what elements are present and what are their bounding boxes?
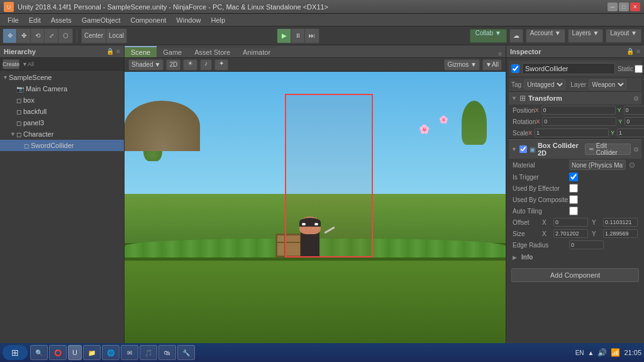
collab-button[interactable]: Collab ▼: [470, 29, 507, 43]
edge-radius-input[interactable]: [569, 240, 604, 249]
cloud-button[interactable]: ☁: [509, 29, 523, 43]
material-input[interactable]: [569, 160, 626, 170]
account-button[interactable]: Account ▼: [526, 29, 565, 43]
menu-file[interactable]: File: [3, 15, 24, 25]
object-active-checkbox[interactable]: [511, 64, 519, 73]
transform-options-icon[interactable]: ⚙: [633, 95, 639, 102]
menu-window[interactable]: Window: [171, 15, 206, 25]
playmode-controls: ▶ ⏸ ⏭: [277, 28, 319, 43]
pos-x-input[interactable]: [541, 106, 616, 115]
menu-component[interactable]: Component: [125, 15, 171, 25]
hierarchy-scene-root[interactable]: ▼ SampleScene: [0, 72, 124, 83]
taskbar-search[interactable]: 🔍: [30, 345, 48, 360]
inspector-content: Static Tag Untagged Layer Weapon ▼ ⊞ T: [506, 58, 644, 362]
tag-select[interactable]: Untagged: [524, 79, 565, 89]
is-trigger-checkbox[interactable]: [569, 173, 578, 181]
inspector-lock-icon[interactable]: 🔒: [626, 48, 634, 55]
start-button[interactable]: ⊞: [3, 345, 28, 360]
tab-animator[interactable]: Animator: [236, 47, 277, 57]
hierarchy-item-sword-collider[interactable]: ◻ SwordCollider: [0, 140, 124, 151]
layout-button[interactable]: Layout ▼: [606, 29, 641, 43]
audio-button[interactable]: ♪: [200, 59, 212, 71]
effects-button[interactable]: ✦: [214, 59, 228, 71]
taskbar-music[interactable]: 🎵: [140, 345, 157, 360]
taskbar-mail[interactable]: ✉: [121, 345, 138, 360]
maximize-button[interactable]: □: [619, 3, 629, 11]
center-button[interactable]: Center: [82, 29, 106, 43]
volume-icon[interactable]: 🔊: [597, 348, 607, 357]
scale-y-input[interactable]: [617, 128, 644, 137]
auto-tiling-checkbox[interactable]: [569, 206, 578, 215]
edge-radius-row: Edge Radius: [509, 239, 641, 251]
collider-enable-checkbox[interactable]: [519, 145, 527, 153]
collider-header[interactable]: ▼ ▣ Box Collider 2D ✏ Edit Collider ⚙: [509, 139, 641, 159]
menu-gameobject[interactable]: GameObject: [77, 15, 126, 25]
layers-button[interactable]: Layers ▼: [568, 29, 604, 43]
close-button[interactable]: ✕: [630, 3, 640, 11]
pos-y-input[interactable]: [624, 106, 644, 115]
hand-tool[interactable]: ✥: [3, 29, 17, 43]
layer-select[interactable]: Weapon: [589, 79, 626, 89]
rot-y-input[interactable]: [625, 117, 644, 126]
rect-tool[interactable]: ⬡: [58, 29, 72, 43]
scale-x-input[interactable]: [535, 128, 609, 137]
all-dropdown[interactable]: ▼All: [482, 59, 502, 71]
menu-assets[interactable]: Assets: [46, 15, 77, 25]
add-component-button[interactable]: Add Component: [511, 268, 639, 282]
minimize-button[interactable]: ─: [608, 3, 618, 11]
static-checkbox[interactable]: [635, 65, 643, 73]
hierarchy-item-panel3[interactable]: ◻ panel3: [0, 117, 124, 128]
taskbar-file-explorer[interactable]: 📁: [83, 345, 101, 360]
used-by-composite-checkbox[interactable]: [569, 195, 578, 204]
sep1: [77, 30, 77, 42]
scene-viewport[interactable]: 🌸 🌸: [125, 72, 506, 362]
hierarchy-item-box[interactable]: ◻ box: [0, 94, 124, 106]
object-name-input[interactable]: [522, 63, 615, 74]
size-y-input[interactable]: [603, 229, 638, 238]
taskbar-unity[interactable]: U: [68, 345, 82, 360]
hierarchy-create-btn[interactable]: Create: [3, 59, 19, 69]
sys-tray-icon[interactable]: ▲: [588, 349, 594, 356]
devtools-icon: 🔧: [182, 349, 190, 356]
hierarchy-all-btn[interactable]: ▼All: [22, 61, 34, 67]
hierarchy-item-camera[interactable]: 📷 Main Camera: [0, 83, 124, 94]
auto-tiling-row: Auto Tiling: [509, 205, 641, 217]
collider-gear-icon[interactable]: ⚙: [633, 146, 639, 153]
offset-y-input[interactable]: [603, 218, 638, 227]
edit-collider-button[interactable]: ✏ Edit Collider: [585, 144, 631, 155]
rotate-tool[interactable]: ⟲: [31, 29, 45, 43]
play-button[interactable]: ▶: [277, 29, 291, 43]
tab-asset-store[interactable]: Asset Store: [188, 47, 236, 57]
size-x-input[interactable]: [553, 229, 588, 238]
menu-edit[interactable]: Edit: [24, 15, 46, 25]
menu-help[interactable]: Help: [206, 15, 230, 25]
scale-tool[interactable]: ⤢: [45, 29, 58, 43]
2d-button[interactable]: 2D: [166, 59, 180, 71]
pause-button[interactable]: ⏸: [291, 29, 305, 43]
gizmos-dropdown[interactable]: Gizmos ▼: [444, 59, 480, 71]
taskbar-store[interactable]: 🛍: [158, 345, 176, 360]
hierarchy-item-character[interactable]: ▼ ◻ Character: [0, 128, 124, 140]
material-pick-icon[interactable]: ⊙: [629, 161, 635, 169]
lights-button[interactable]: ☀: [183, 59, 197, 71]
used-by-effector-checkbox[interactable]: [569, 184, 578, 193]
hierarchy-menu-icon[interactable]: ≡: [116, 48, 120, 55]
hierarchy-header: Hierarchy 🔒 ≡: [0, 45, 124, 58]
tab-scene[interactable]: Scene: [125, 46, 157, 57]
shaded-dropdown[interactable]: Shaded ▼: [128, 59, 164, 71]
taskbar-cortana[interactable]: ⭕: [49, 345, 67, 360]
step-button[interactable]: ⏭: [305, 29, 319, 43]
hierarchy-item-backfull[interactable]: ◻ backfull: [0, 106, 124, 117]
offset-x-input[interactable]: [553, 218, 588, 227]
taskbar-devtools[interactable]: 🔧: [177, 345, 195, 360]
transform-header[interactable]: ▼ ⊞ Transform ⚙: [509, 92, 641, 105]
local-button[interactable]: Local: [106, 29, 126, 43]
rot-x-input[interactable]: [542, 117, 616, 126]
flower-1: 🌸: [419, 124, 430, 134]
inspector-menu-icon[interactable]: ≡: [636, 48, 640, 55]
network-icon[interactable]: 📶: [611, 348, 620, 357]
tab-game[interactable]: Game: [157, 47, 188, 57]
move-tool[interactable]: ✤: [17, 29, 31, 43]
taskbar-clock[interactable]: 21:05: [624, 349, 641, 356]
taskbar-browser[interactable]: 🌐: [102, 345, 119, 360]
